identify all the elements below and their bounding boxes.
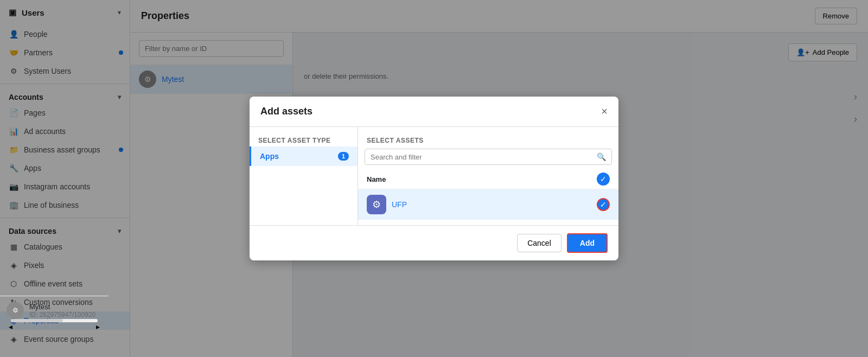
search-input[interactable] — [371, 153, 597, 161]
search-icon: 🔍 — [597, 152, 606, 161]
cancel-button[interactable]: Cancel — [517, 234, 561, 252]
asset-type-item-label: Apps — [260, 152, 279, 161]
modal-header: Add assets × — [250, 97, 618, 127]
modal-footer: Cancel Add — [250, 225, 618, 260]
modal-overlay: Add assets × Select asset type Apps 1 ⚙ … — [0, 0, 868, 357]
search-bar: 🔍 — [365, 149, 612, 165]
select-assets-label: Select assets — [358, 132, 618, 146]
row-left: ⚙ UFP — [367, 195, 407, 214]
modal-body: Select asset type Apps 1 ⚙ Mytest ID: 26… — [250, 127, 618, 225]
header-check-circle: ✓ — [597, 173, 610, 186]
table-row[interactable]: ⚙ UFP ✓ — [358, 189, 618, 220]
row-check-circle[interactable]: ✓ — [597, 198, 610, 211]
asset-count-badge: 1 — [338, 152, 349, 161]
add-assets-modal: Add assets × Select asset type Apps 1 ⚙ … — [250, 97, 618, 260]
add-button[interactable]: Add — [567, 233, 608, 253]
asset-type-panel: Select asset type Apps 1 ⚙ Mytest ID: 26… — [250, 127, 358, 225]
app-name: UFP — [392, 200, 407, 209]
select-asset-type-label: Select asset type — [250, 132, 358, 146]
app-icon: ⚙ — [367, 195, 386, 214]
modal-close-button[interactable]: × — [601, 105, 608, 118]
asset-type-item-apps[interactable]: Apps 1 — [250, 146, 358, 166]
name-column-header: Name — [367, 175, 386, 183]
assets-table-header: Name ✓ — [358, 169, 618, 189]
modal-title: Add assets — [260, 106, 312, 117]
select-assets-panel: Select assets 🔍 Name ✓ ⚙ UFP ✓ — [358, 127, 618, 225]
